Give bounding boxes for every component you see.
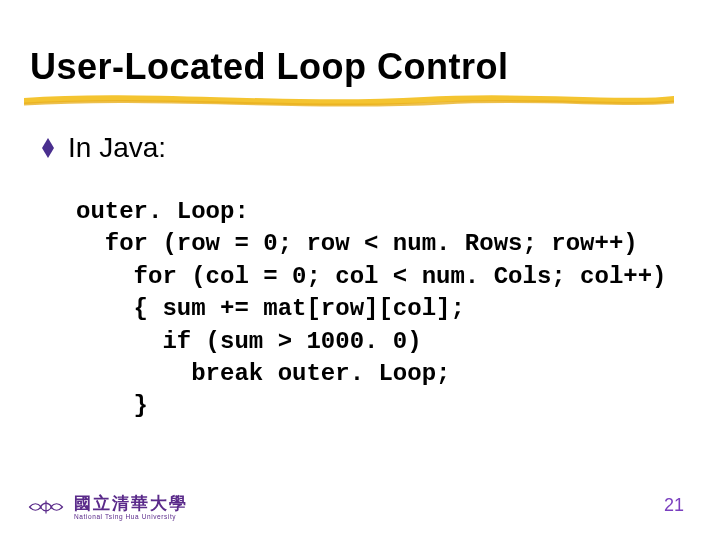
footer-org-eng: National Tsing Hua University xyxy=(74,514,188,521)
code-block: outer. Loop: for (row = 0; row < num. Ro… xyxy=(76,196,667,423)
bullet-text: In Java: xyxy=(68,132,166,164)
slide-title: User-Located Loop Control xyxy=(30,46,509,88)
university-logo-icon xyxy=(28,497,64,517)
footer-logo: 國立清華大學 National Tsing Hua University xyxy=(28,495,188,521)
footer-text: 國立清華大學 National Tsing Hua University xyxy=(74,495,188,521)
slide: User-Located Loop Control In Java: outer… xyxy=(0,0,720,540)
bullet-item: In Java: xyxy=(42,132,166,164)
page-number: 21 xyxy=(664,495,684,516)
title-underline xyxy=(24,94,674,108)
footer-org-cjk: 國立清華大學 xyxy=(74,495,188,512)
diamond-bullet-icon xyxy=(42,138,54,158)
